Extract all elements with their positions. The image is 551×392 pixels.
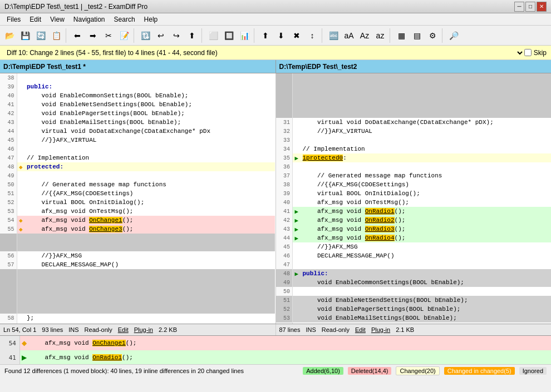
badge-changed: Changed(20) (396, 366, 439, 375)
line-number: 44 (0, 127, 17, 136)
line-number: 46 (0, 145, 17, 153)
toolbar-btn23[interactable]: ▤ (410, 28, 424, 43)
line-number: 58 (0, 314, 17, 322)
toolbar-btn15[interactable]: 📊 (237, 28, 252, 43)
line-number: 55 (0, 225, 17, 234)
table-row (0, 269, 275, 278)
line-number: 56 (0, 251, 17, 260)
line-number (0, 234, 17, 242)
maximize-button[interactable]: □ (525, 2, 535, 12)
change-indicator (17, 118, 24, 127)
line-code: virtual void DoDataExchange(CDataExchang… (24, 127, 275, 136)
line-number: 53 (276, 314, 293, 322)
toolbar-btn22[interactable]: ▦ (394, 28, 409, 43)
separator7 (442, 28, 444, 43)
table-row: 35 ▶ 1protected0: (276, 153, 551, 162)
change-indicator (17, 180, 24, 189)
change-indicator: ▶ (293, 153, 301, 162)
table-row: 57 DECLARE_MESSAGE_MAP() (0, 260, 275, 269)
menu-edit[interactable]: Edit (25, 14, 46, 24)
toolbar-btn7[interactable]: ✂ (101, 28, 116, 43)
toolbar-btn20[interactable]: Az (357, 28, 372, 43)
line-number (0, 278, 17, 287)
menu-navigation[interactable]: Navigation (69, 14, 110, 24)
change-indicator (17, 287, 24, 296)
change-indicator (293, 136, 301, 145)
line-code: void EnableNetSendSettings(BOOL bEnable)… (301, 296, 551, 305)
change-indicator (293, 278, 301, 287)
skip-label: Skip (534, 49, 547, 57)
toolbar-btn13[interactable]: ⬜ (206, 28, 220, 43)
diff-preview: 54 ◆ afx_msg void OnChange1(); 41 ▶ afx_… (0, 335, 551, 364)
skip-checkbox[interactable] (524, 49, 532, 56)
toolbar-save-btn[interactable]: 💾 (18, 28, 32, 43)
line-code (24, 305, 275, 314)
line-code: //{{AFX_MSG(CDOESettings) (24, 189, 275, 198)
left-plugin[interactable]: Plug-in (134, 326, 153, 333)
right-edit[interactable]: Edit (355, 326, 366, 333)
menu-search[interactable]: Search (110, 14, 140, 24)
line-number: 38 (0, 73, 17, 82)
toolbar-btn25[interactable]: 🔎 (446, 28, 461, 43)
toolbar-next-diff[interactable]: ⬇ (274, 28, 288, 43)
toolbar-btn10[interactable]: ↩ (154, 28, 168, 43)
minimize-button[interactable]: ─ (514, 2, 524, 12)
menu-files[interactable]: Files (2, 14, 25, 24)
left-diff-pane[interactable]: 38 39 public: 40 void EnableCommonSettin… (0, 73, 276, 324)
skip-area: Skip (524, 49, 547, 57)
line-number (0, 242, 17, 251)
change-indicator (17, 127, 24, 136)
toolbar-btn19[interactable]: aA (342, 28, 356, 43)
toolbar-btn14[interactable]: 🔲 (222, 28, 236, 43)
line-code (301, 260, 551, 269)
change-indicator (17, 296, 24, 305)
left-code-table: 38 39 public: 40 void EnableCommonSettin… (0, 73, 276, 324)
toolbar-btn11[interactable]: ↪ (169, 28, 184, 43)
line-number: 43 (276, 225, 293, 234)
line-number: 48 (0, 162, 17, 171)
toolbar-open-btn[interactable]: 📂 (2, 28, 17, 43)
line-code: void EnableMailSettings(BOOL bEnable); (301, 314, 551, 322)
table-row: 47 // Implementation (0, 153, 275, 162)
title-text: D:\Temp\EDP Test\_test1 | _test2 - ExamD… (4, 3, 147, 11)
toolbar-btn6[interactable]: ➡ (86, 28, 100, 43)
toolbar-prev-diff[interactable]: ⬆ (258, 28, 273, 43)
menu-view[interactable]: View (46, 14, 69, 24)
line-number: 40 (0, 91, 17, 100)
change-indicator (17, 109, 24, 118)
menu-help[interactable]: Help (140, 14, 163, 24)
toolbar-btn12[interactable]: ⬆ (185, 28, 199, 43)
toolbar-btn21[interactable]: az (373, 28, 387, 43)
separator6 (390, 28, 392, 43)
right-file-path: D:\Temp\EDP Test\_test2 (279, 63, 357, 71)
table-row: 52 virtual BOOL OnInitDialog(); (0, 198, 275, 207)
diff-area: 38 39 public: 40 void EnableCommonSettin… (0, 73, 551, 324)
line-code (301, 82, 551, 91)
toolbar-btn5[interactable]: ⬅ (70, 28, 85, 43)
toolbar-btn18[interactable]: 🔤 (326, 28, 341, 43)
toolbar-btn24[interactable]: ⚙ (425, 28, 440, 43)
toolbar-btn16[interactable]: ✖ (289, 28, 304, 43)
left-edit[interactable]: Edit (118, 326, 129, 333)
right-ins-mode: INS (306, 326, 316, 333)
table-row: 45 //}}AFX_MSG (276, 242, 551, 251)
left-diff-content[interactable]: 38 39 public: 40 void EnableCommonSettin… (0, 73, 276, 324)
line-number: 49 (0, 171, 17, 180)
table-row: 37 // Generated message map functions (276, 171, 551, 180)
change-indicator (17, 189, 24, 198)
toolbar-btn9[interactable]: 🔃 (138, 28, 152, 43)
right-plugin[interactable]: Plug-in (371, 326, 390, 333)
close-button[interactable]: ✕ (537, 2, 547, 12)
diff-selector[interactable]: Diff 10: Change 2 lines (54 - 55, first … (4, 48, 524, 57)
line-number: 54 (276, 322, 293, 324)
table-row: 56 //}}AFX_MSG (0, 251, 275, 260)
table-row: 50 // Generated message map functions (0, 180, 275, 189)
line-number: 35 (276, 153, 293, 162)
toolbar-btn4[interactable]: 📋 (49, 28, 63, 43)
table-row: 51 void EnableNetSendSettings(BOOL bEnab… (276, 296, 551, 305)
right-diff-content[interactable]: 31 virtual void DoDataExchange(CDataExch… (276, 73, 552, 324)
toolbar-btn3[interactable]: 🔄 (33, 28, 48, 43)
toolbar-btn8[interactable]: 📝 (117, 28, 131, 43)
right-diff-pane[interactable]: 31 virtual void DoDataExchange(CDataExch… (276, 73, 552, 324)
toolbar-btn17[interactable]: ↕ (305, 28, 319, 43)
